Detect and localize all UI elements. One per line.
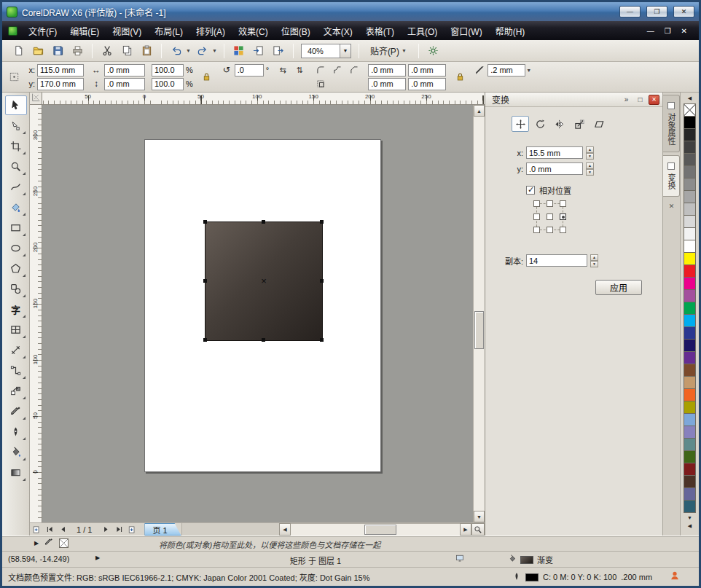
docker-chevron-button[interactable]: » xyxy=(621,95,632,105)
copies-input[interactable] xyxy=(527,255,587,266)
export-button[interactable] xyxy=(270,42,287,60)
scale-v-input[interactable] xyxy=(152,79,183,90)
transform-y-spinner[interactable]: ▲▼ xyxy=(586,162,594,175)
ellipse-tool[interactable] xyxy=(5,238,27,258)
color-swatch[interactable] xyxy=(684,128,696,141)
color-swatch[interactable] xyxy=(684,351,696,364)
anchor-top-right[interactable] xyxy=(560,200,566,207)
object-y-input[interactable] xyxy=(38,79,83,90)
fill-tool[interactable] xyxy=(5,442,27,462)
color-swatch[interactable] xyxy=(684,227,696,240)
menu-item[interactable]: 编辑(E) xyxy=(63,22,106,40)
horizontal-scroll-thumb[interactable] xyxy=(364,525,396,535)
palette-flyout-button-bottom[interactable]: ◀ xyxy=(684,522,697,530)
mirror-vertical-button[interactable]: ⇅ xyxy=(292,63,307,77)
anchor-top-center[interactable] xyxy=(547,200,553,207)
color-swatch[interactable] xyxy=(684,426,696,439)
print-button[interactable] xyxy=(68,42,86,60)
copy-button[interactable] xyxy=(118,42,136,60)
h-scroll-right-button[interactable]: ▶ xyxy=(460,523,471,536)
polygon-tool[interactable] xyxy=(5,259,27,278)
doc-restore-button[interactable]: ❐ xyxy=(665,27,671,35)
object-height-input[interactable] xyxy=(105,79,144,90)
selection-handle[interactable] xyxy=(262,338,265,342)
doc-minimize-button[interactable]: — xyxy=(647,27,654,35)
transform-x-input[interactable] xyxy=(527,147,582,158)
menu-item[interactable]: 文本(X) xyxy=(317,22,359,40)
color-swatch[interactable] xyxy=(684,463,696,476)
size-transform-button[interactable] xyxy=(571,116,588,132)
color-swatch[interactable] xyxy=(684,475,696,488)
chevron-down-icon[interactable]: ▼ xyxy=(212,48,217,53)
horizontal-scroll-track[interactable] xyxy=(291,523,460,536)
navigator-magnifier-button[interactable] xyxy=(471,523,485,536)
scale-mirror-transform-button[interactable] xyxy=(551,116,568,132)
color-swatch[interactable] xyxy=(684,364,696,377)
h-scroll-left-button[interactable]: ◀ xyxy=(279,523,291,536)
color-swatch[interactable] xyxy=(684,326,696,340)
title-bar[interactable]: CorelDRAW X6 (评估版) - [未命名 -1] — ❐ ✕ xyxy=(2,2,699,21)
options-button[interactable] xyxy=(425,42,442,60)
page[interactable]: × xyxy=(144,139,381,472)
color-swatch[interactable] xyxy=(684,388,696,401)
color-swatch[interactable] xyxy=(684,178,696,191)
selection-handle[interactable] xyxy=(203,338,207,342)
color-swatch[interactable] xyxy=(684,339,696,352)
close-button[interactable]: ✕ xyxy=(673,6,694,17)
previous-page-button[interactable] xyxy=(56,523,69,536)
last-page-button[interactable] xyxy=(112,523,125,536)
blend-tool[interactable] xyxy=(5,381,27,401)
outline-pen-tool[interactable] xyxy=(5,422,27,442)
scale-h-input[interactable] xyxy=(152,65,183,76)
relative-position-checkbox[interactable] xyxy=(526,186,535,195)
transform-x-spinner[interactable]: ▲▼ xyxy=(586,146,594,159)
anchor-middle-right[interactable] xyxy=(560,213,566,220)
menu-item[interactable]: 文件(F) xyxy=(22,22,63,40)
undo-button[interactable] xyxy=(168,42,185,60)
vertical-ruler[interactable]: 300250200150100500 xyxy=(30,105,42,522)
position-transform-button[interactable] xyxy=(512,116,529,132)
color-swatch[interactable] xyxy=(684,500,696,513)
color-swatch[interactable] xyxy=(684,203,696,216)
outline-swatch[interactable] xyxy=(525,573,539,581)
vertical-scrollbar[interactable]: ▲ ▼ xyxy=(473,105,485,522)
selection-handle[interactable] xyxy=(320,338,324,342)
cut-button[interactable] xyxy=(98,42,116,60)
no-color-swatch[interactable] xyxy=(684,103,696,117)
doc-close-button[interactable]: ✕ xyxy=(681,27,687,35)
open-folder-button[interactable] xyxy=(29,42,47,60)
eyedropper-icon[interactable] xyxy=(44,538,53,549)
scalloped-corner-button[interactable] xyxy=(330,63,345,77)
color-swatch[interactable] xyxy=(684,215,696,228)
freehand-tool[interactable] xyxy=(5,177,27,197)
transform-y-input[interactable] xyxy=(527,163,582,174)
selected-rectangle[interactable]: × xyxy=(205,222,323,341)
color-swatch[interactable] xyxy=(684,190,696,203)
chevron-down-icon[interactable]: ▼ xyxy=(526,68,531,73)
menu-item[interactable]: 工具(O) xyxy=(401,22,444,40)
tabstrip-close-icon[interactable]: ✕ xyxy=(669,203,675,210)
text-tool[interactable]: 字 xyxy=(5,299,27,319)
color-swatch[interactable] xyxy=(684,153,696,166)
color-swatch[interactable] xyxy=(684,413,696,426)
menu-item[interactable]: 表格(T) xyxy=(359,22,401,40)
table-tool[interactable] xyxy=(5,320,27,340)
shape-tool[interactable] xyxy=(5,116,27,136)
dimension-tool[interactable] xyxy=(5,340,27,360)
zoom-tool[interactable] xyxy=(5,157,27,176)
relative-position-option[interactable]: 相对位置 xyxy=(526,184,655,196)
drawing-canvas[interactable]: × xyxy=(42,105,473,522)
eyedropper-tool[interactable] xyxy=(5,401,27,421)
color-swatch[interactable] xyxy=(684,289,696,302)
docker-tab[interactable]: 对象属性 xyxy=(663,95,680,152)
vertical-scroll-thumb[interactable] xyxy=(474,311,484,349)
round-corner-button[interactable] xyxy=(313,63,328,77)
relative-corner-scaling-button[interactable] xyxy=(313,77,328,91)
selection-handle[interactable] xyxy=(262,220,265,224)
color-swatch[interactable] xyxy=(684,376,696,389)
corner-radius-br-input[interactable] xyxy=(409,79,445,90)
object-x-input[interactable] xyxy=(38,65,83,76)
new-document-button[interactable] xyxy=(9,42,27,60)
scroll-up-button[interactable]: ▲ xyxy=(474,105,485,117)
next-page-button[interactable] xyxy=(99,523,112,536)
